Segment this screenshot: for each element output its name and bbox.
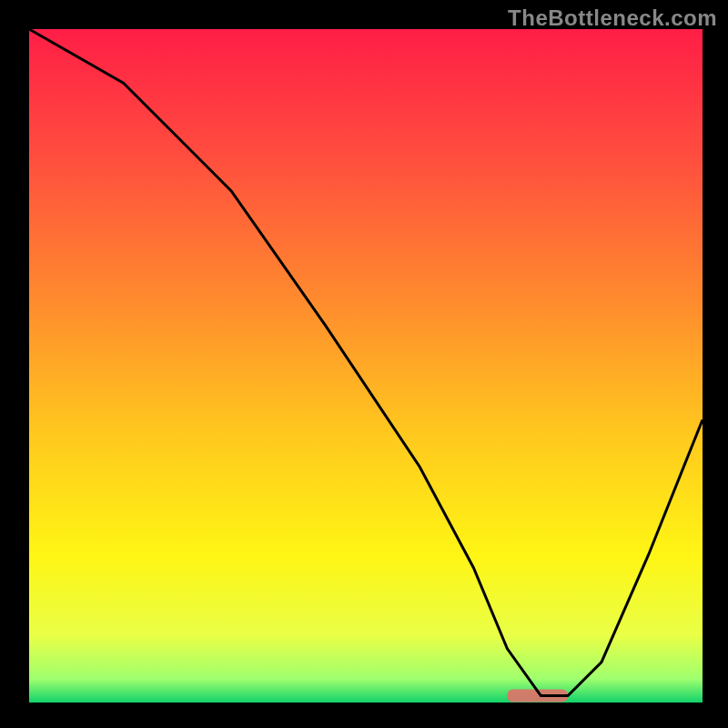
watermark-text: TheBottleneck.com	[508, 5, 717, 31]
plot-background	[29, 29, 703, 703]
plot-svg	[0, 0, 728, 728]
bottleneck-chart: TheBottleneck.com	[0, 0, 728, 728]
